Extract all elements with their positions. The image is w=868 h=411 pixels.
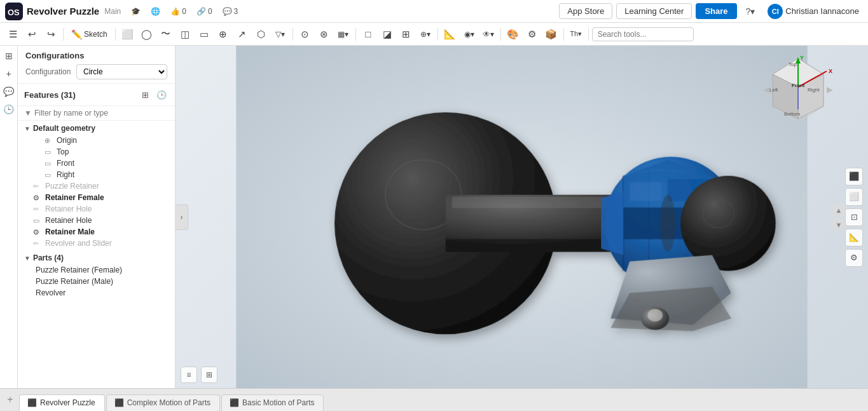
filter-input[interactable] <box>34 109 169 118</box>
split-btn[interactable]: ⊞ <box>397 25 415 43</box>
add-tab-button[interactable]: + <box>3 392 18 407</box>
sketch-icon-rs: ✏ <box>33 239 42 248</box>
globe-icon-btn[interactable]: 🌐 <box>148 6 163 17</box>
panel-expand-button[interactable]: › <box>176 205 188 230</box>
box-icon-btn[interactable]: ⬜ <box>119 25 137 43</box>
chevron-down-icon[interactable]: ▼ <box>832 218 845 231</box>
sim-btn[interactable]: ⚙ <box>523 25 541 43</box>
sweep-btn[interactable]: ↗ <box>233 25 251 43</box>
retainer-hole-label: Retainer Hole <box>45 216 92 225</box>
tab-cube-icon-1: ⬛ <box>114 398 124 407</box>
export-btn[interactable]: 📦 <box>542 25 560 43</box>
add-icon-btn[interactable]: + <box>1 66 17 81</box>
parts-group[interactable]: ▼ Parts (4) <box>18 252 175 264</box>
share-button[interactable]: Share <box>696 3 736 19</box>
sketch-button[interactable]: ✏️ Sketch <box>67 27 112 41</box>
part1-item[interactable]: Puzzle Retainer (Female) <box>18 264 175 276</box>
pattern-btn[interactable]: ▦▾ <box>334 25 352 43</box>
svg-point-14 <box>647 309 663 321</box>
viewport[interactable]: Y X Top Right Left Bottom Front ⬛ ⬜ <box>176 46 868 388</box>
filter-icon: ▼ <box>24 109 32 118</box>
clock-icon-btn[interactable]: 🕒 <box>155 88 169 102</box>
thread-btn[interactable]: ⊛ <box>315 25 333 43</box>
view-btn[interactable]: 👁▾ <box>479 25 497 43</box>
history-icon-btn[interactable]: 🕒 <box>1 102 17 117</box>
features-icon-btn[interactable]: ⊞ <box>1 48 17 64</box>
puzzle-retainer-label: Puzzle Retainer <box>45 182 99 191</box>
draft-btn[interactable]: ◪ <box>378 25 396 43</box>
retainer-male-label: Retainer Male <box>45 227 95 236</box>
separator-7 <box>563 28 564 41</box>
boolean-btn[interactable]: ⊕▾ <box>417 25 434 43</box>
tab-revolver-puzzle[interactable]: ⬛ Revolver Puzzle <box>19 394 105 411</box>
tab-cube-icon-0: ⬛ <box>27 398 37 407</box>
default-geometry-group[interactable]: ▼ Default geometry <box>18 122 175 135</box>
user-menu-button[interactable]: CI Christian Iannacone <box>764 3 863 20</box>
search-tools-input[interactable] <box>592 27 694 41</box>
graduate-icon-btn[interactable]: 🎓 <box>128 6 143 17</box>
chevron-up-icon[interactable]: ▲ <box>832 203 845 216</box>
measure-vp-btn[interactable]: 📐 <box>845 229 863 246</box>
top-label: Top <box>57 147 69 156</box>
nav-cube: Y X Top Right Left Bottom Front <box>760 52 836 128</box>
retainer-female-item[interactable]: ⊙ Retainer Female <box>18 192 175 203</box>
retainer-male-item[interactable]: ⊙ Retainer Male <box>18 226 175 238</box>
parts-list-btn[interactable]: ≡ <box>181 367 197 383</box>
link-count: 0 <box>208 7 212 16</box>
display-btn[interactable]: ◉▾ <box>460 25 478 43</box>
comment-side-btn[interactable]: 💬 <box>1 84 17 99</box>
svg-text:Right: Right <box>808 87 820 93</box>
part2-item[interactable]: Puzzle Retainer (Male) <box>18 276 175 287</box>
shell-btn[interactable]: □ <box>359 25 377 43</box>
expand-btn[interactable]: ⊞ <box>201 367 217 383</box>
origin-item[interactable]: ⊕ Origin <box>18 135 175 146</box>
part3-label: Revolver <box>36 288 65 297</box>
svg-point-15 <box>660 195 675 252</box>
help-button[interactable]: ?▾ <box>741 4 761 19</box>
curve-btn[interactable]: 〜 <box>157 25 175 43</box>
comment-icon: 💬 <box>223 7 232 16</box>
hole-btn[interactable]: ⊙ <box>296 25 314 43</box>
render-btn[interactable]: 🎨 <box>504 25 522 43</box>
measure-btn[interactable]: 📐 <box>441 25 459 43</box>
origin-label: Origin <box>57 136 77 145</box>
revolve-btn[interactable]: ⊕ <box>214 25 232 43</box>
config-select[interactable]: Circle Square Triangle <box>76 64 167 79</box>
instance-icon-btn[interactable]: ⊞ <box>138 88 152 102</box>
retainer-hole-sketch-label: Retainer Hole <box>45 205 92 213</box>
retainer-hole-sketch-item[interactable]: ✏ Retainer Hole <box>18 203 175 215</box>
top-item[interactable]: ▭ Top <box>18 146 175 158</box>
unit-btn[interactable]: Th▾ <box>567 25 585 43</box>
display-mode-btn[interactable]: ⬛ <box>845 168 863 185</box>
app-title: Revolver Puzzle <box>27 6 99 17</box>
circle-tool-btn[interactable]: ◯ <box>138 25 156 43</box>
redo-button[interactable]: ↪ <box>42 25 60 43</box>
appstore-button[interactable]: App Store <box>559 3 612 19</box>
retainer-hole-item[interactable]: ▭ Retainer Hole <box>18 215 175 226</box>
loft-btn[interactable]: ⬡ <box>252 25 270 43</box>
svg-text:X: X <box>829 68 832 74</box>
settings-vp-btn[interactable]: ⚙ <box>845 249 863 267</box>
fillet-btn[interactable]: ▽▾ <box>272 25 289 43</box>
comment-icon-btn[interactable]: 💬 3 <box>220 6 241 17</box>
user-avatar: CI <box>768 4 783 19</box>
right-item[interactable]: ▭ Right <box>18 169 175 180</box>
section-view-btn[interactable]: ⊡ <box>845 208 863 226</box>
puzzle-retainer-item[interactable]: ✏ Puzzle Retainer <box>18 180 175 192</box>
undo-button[interactable]: ↩ <box>23 25 41 43</box>
plane-btn[interactable]: ◫ <box>176 25 194 43</box>
extrude-btn[interactable]: ▭ <box>195 25 213 43</box>
tab-complex-motion[interactable]: ⬛ Complex Motion of Parts <box>106 394 220 411</box>
link-icon-btn[interactable]: 🔗 0 <box>194 6 215 17</box>
learningcenter-button[interactable]: Learning Center <box>616 3 692 19</box>
part3-item[interactable]: Revolver <box>18 287 175 299</box>
top-icons: 🎓 🌐 👍 0 🔗 0 💬 3 <box>128 6 240 17</box>
front-item[interactable]: ▭ Front <box>18 158 175 169</box>
revolver-slider-label: Revolver and Slider <box>45 239 112 248</box>
like-icon-btn[interactable]: 👍 0 <box>168 6 189 17</box>
tab-basic-motion[interactable]: ⬛ Basic Motion of Parts <box>221 394 324 411</box>
filter-row: ▼ <box>18 106 175 121</box>
menu-icon-btn[interactable]: ☰ <box>4 25 22 43</box>
revolver-slider-item[interactable]: ✏ Revolver and Slider <box>18 238 175 249</box>
wireframe-btn[interactable]: ⬜ <box>845 188 863 206</box>
